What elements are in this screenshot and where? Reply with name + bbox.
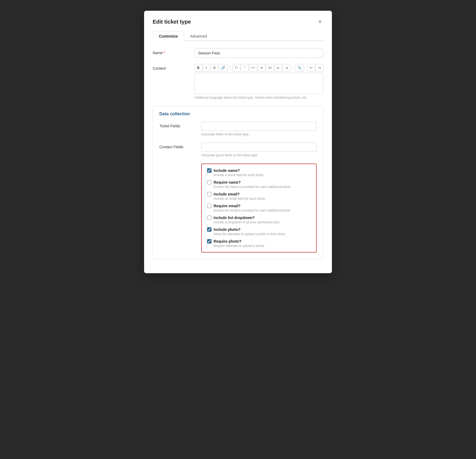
ticket-fields-hint: Associate fields to this ticket type.: [201, 132, 317, 136]
tab-customize[interactable]: Customize: [153, 31, 184, 41]
include_photo-hint: Allow the attendee to upload a photo to …: [207, 232, 311, 236]
require_name-hint: Ensure the name is provided for each add…: [207, 185, 311, 189]
include_name-checkbox[interactable]: [207, 168, 211, 173]
link-button[interactable]: 🔗: [219, 64, 228, 72]
ordered-list-button[interactable]: 1≡: [266, 64, 274, 72]
modal-header: Edit ticket type ×: [153, 18, 323, 25]
include_photo-label: Include photo?: [214, 227, 240, 232]
content-label: Content: [153, 64, 190, 71]
ticket-fields-wrap: Associate fields to this ticket type.: [201, 122, 317, 136]
unordered-list-button[interactable]: ≡: [258, 64, 265, 72]
include_email-checkbox[interactable]: [207, 192, 211, 196]
toolbar-group-history: ↩ ↪: [307, 64, 323, 72]
include_list_dropdown-checkbox[interactable]: [207, 216, 211, 220]
checkbox-row-include_email: Include email?: [207, 192, 311, 196]
include_name-label: Include name?: [214, 168, 240, 173]
checkbox-row-require_email: Require email?: [207, 204, 311, 208]
indent-increase-button[interactable]: ⇥: [283, 64, 290, 72]
checkbox-item-include_list_dropdown: Include list dropdown?Include a dropdown…: [207, 216, 311, 224]
checkbox-item-include_name: Include name?Include a name field for ea…: [207, 168, 311, 177]
code-button[interactable]: <>: [249, 64, 257, 72]
checkbox-item-include_email: Include email?Include an email field for…: [207, 192, 311, 201]
name-row: Name*: [153, 49, 323, 58]
name-input[interactable]: [195, 49, 323, 58]
tab-advanced[interactable]: Advanced: [184, 31, 213, 41]
redo-button[interactable]: ↪: [316, 64, 323, 72]
toolbar-divider-1: [230, 65, 230, 71]
italic-button[interactable]: I: [203, 64, 210, 72]
font-size-button[interactable]: T↕: [232, 64, 240, 72]
checkbox-options-container: Include name?Include a name field for ea…: [201, 164, 317, 253]
contact-fields-row: Contact Fields Associate guest fields to…: [159, 143, 317, 157]
content-hint: Additional language about this ticket ty…: [195, 96, 323, 99]
ticket-fields-label: Ticket Fields: [159, 122, 197, 128]
require_photo-checkbox[interactable]: [207, 239, 211, 243]
ticket-fields-input[interactable]: [201, 122, 317, 131]
content-field-wrap: B I S 🔗 T↕ " <> ≡ 1≡ ⇤ ⇥ 📎: [195, 64, 323, 99]
toolbar-divider-2: [292, 65, 293, 71]
include_name-hint: Include a name field for each ticket.: [207, 173, 311, 177]
checkbox-item-require_photo: Require photo?Require attendee to upload…: [207, 239, 311, 248]
include_list_dropdown-label: Include list dropdown?: [214, 216, 255, 220]
contact-fields-label: Contact Fields: [159, 143, 197, 149]
toolbar-group-block: T↕ " <> ≡ 1≡ ⇤ ⇥: [232, 64, 290, 72]
checkbox-item-require_email: Require email?Ensure the email is provid…: [207, 204, 311, 212]
close-button[interactable]: ×: [317, 18, 323, 25]
include_email-hint: Include an email field for each ticket.: [207, 197, 311, 201]
checkbox-item-include_photo: Include photo?Allow the attendee to uplo…: [207, 227, 311, 236]
indent-decrease-button[interactable]: ⇤: [275, 64, 282, 72]
checkbox-row-require_photo: Require photo?: [207, 239, 311, 243]
modal-title: Edit ticket type: [153, 19, 191, 25]
undo-button[interactable]: ↩: [307, 64, 315, 72]
content-row: Content B I S 🔗 T↕ " <> ≡ 1≡ ⇤: [153, 64, 323, 99]
toolbar-group-format: B I S 🔗: [195, 64, 228, 72]
content-editor[interactable]: [195, 73, 323, 94]
checkbox-row-include_list_dropdown: Include list dropdown?: [207, 216, 311, 220]
rte-toolbar: B I S 🔗 T↕ " <> ≡ 1≡ ⇤ ⇥ 📎: [195, 64, 323, 72]
blockquote-button[interactable]: ": [241, 64, 248, 72]
contact-fields-wrap: Associate guest fields to this ticket ty…: [201, 143, 317, 157]
require_name-checkbox[interactable]: [207, 180, 211, 184]
require_email-checkbox[interactable]: [207, 204, 211, 208]
require_email-hint: Ensure the email is provided for each ad…: [207, 209, 311, 212]
require_email-label: Require email?: [214, 204, 240, 208]
data-collection-section: Data collection Ticket Fields Associate …: [153, 106, 323, 259]
include_list_dropdown-hint: Include a dropdown of all your permanent…: [207, 220, 311, 224]
require_photo-hint: Require attendee to upload a photo.: [207, 244, 311, 248]
contact-fields-input[interactable]: [201, 143, 317, 152]
tab-bar: Customize Advanced: [153, 31, 323, 41]
name-label: Name*: [153, 49, 190, 55]
section-title: Data collection: [159, 112, 317, 116]
require_photo-label: Require photo?: [214, 239, 241, 243]
checkbox-item-require_name: Require name?Ensure the name is provided…: [207, 180, 311, 189]
attachment-button[interactable]: 📎: [295, 64, 304, 72]
checkbox-row-include_name: Include name?: [207, 168, 311, 173]
edit-ticket-type-modal: Edit ticket type × Customize Advanced Na…: [144, 11, 332, 273]
name-field-wrap: [195, 49, 323, 58]
include_email-label: Include email?: [214, 192, 240, 196]
include_photo-checkbox[interactable]: [207, 227, 211, 232]
require_name-label: Require name?: [214, 180, 241, 184]
checkbox-row-include_photo: Include photo?: [207, 227, 311, 232]
strikethrough-button[interactable]: S: [211, 64, 218, 72]
bold-button[interactable]: B: [195, 64, 202, 72]
checkbox-row-require_name: Require name?: [207, 180, 311, 184]
contact-fields-hint: Associate guest fields to this ticket ty…: [201, 153, 317, 157]
ticket-fields-row: Ticket Fields Associate fields to this t…: [159, 122, 317, 136]
